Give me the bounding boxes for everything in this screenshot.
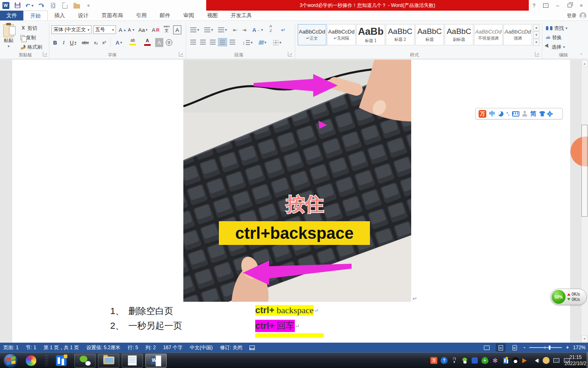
font-dialog-launcher[interactable] <box>179 52 183 56</box>
tab-page-layout[interactable]: 页面布局 <box>95 11 129 20</box>
bold-button[interactable]: B <box>51 38 59 47</box>
style-heading1[interactable]: AaBb标题 1 <box>356 24 385 45</box>
speed-ball-widget[interactable]: 50% 0K/s 0K/s <box>550 289 587 305</box>
taskbar-clock[interactable]: 21:15 2022/10/2 <box>565 353 586 368</box>
ime-simplified-icon[interactable]: 简 <box>530 110 536 118</box>
memory-ball[interactable]: 50% <box>552 290 566 304</box>
save-button[interactable] <box>13 1 22 9</box>
taskbar-item-notepad[interactable] <box>122 354 143 368</box>
keyboard-photo-figure[interactable]: 按住 ctrl+backspace <box>183 60 411 302</box>
tray-expand-icon[interactable]: ❐▾ <box>451 357 458 364</box>
tab-home[interactable]: 开始 <box>23 11 48 20</box>
taskbar-item-pinwheel-app[interactable] <box>20 354 42 368</box>
style-subtle-emphasis[interactable]: AaBbCcDd不明显强调 <box>474 24 503 45</box>
ime-account-icon[interactable] <box>522 111 527 117</box>
sign-in-link[interactable]: 登录 <box>567 12 577 19</box>
help-button[interactable]: ? <box>528 0 540 11</box>
highlight-color-button[interactable]: ab <box>126 37 140 46</box>
character-border-button[interactable]: A <box>173 25 181 34</box>
subscript-button[interactable]: x₂ <box>92 38 100 47</box>
taskbar-item-file-explorer[interactable] <box>98 354 119 368</box>
paragraph-dialog-launcher[interactable] <box>288 52 292 56</box>
italic-button[interactable]: I <box>60 38 67 47</box>
list-item-2[interactable]: 2、 一秒另起一页 <box>110 320 182 332</box>
status-line[interactable]: 行: 5 <box>128 344 138 351</box>
tray-flower-icon[interactable]: ✻ <box>492 357 499 364</box>
change-case-button[interactable]: Aa▾ <box>137 25 149 34</box>
shrink-font-button[interactable]: A▼ <box>127 25 136 34</box>
list-item-1-shortcut[interactable]: ctrl+ backspace ↵ <box>255 305 319 316</box>
list-item-1[interactable]: 1、 删除空白页 <box>110 305 173 317</box>
tray-ime-icon[interactable]: 万 <box>430 357 437 364</box>
status-column[interactable]: 列: 2 <box>145 344 156 351</box>
grow-font-button[interactable]: A▲ <box>118 25 127 34</box>
taskbar-item-wechat[interactable] <box>74 354 96 368</box>
status-word-count[interactable]: 167 个字 <box>163 344 182 351</box>
superscript-button[interactable]: x² <box>100 38 108 47</box>
cut-button[interactable]: 剪切 <box>20 24 37 32</box>
find-button[interactable]: 查找▾ <box>546 24 568 32</box>
paste-button[interactable]: 粘贴 ▾ <box>3 24 14 48</box>
collapse-ribbon-button[interactable]: ⌃ <box>580 53 583 57</box>
copy-button[interactable]: 复制 <box>20 34 36 42</box>
decrease-indent-button[interactable]: ⇤ <box>231 25 239 34</box>
ime-toolbar[interactable]: 万 中 °, 简 <box>475 108 563 119</box>
clipboard-dialog-launcher[interactable] <box>43 52 47 56</box>
style-normal[interactable]: AaBbCcDd↵正文 <box>298 24 326 45</box>
status-section[interactable]: 节: 1 <box>26 344 36 351</box>
ime-fullwidth-moon-icon[interactable] <box>498 111 503 117</box>
zoom-slider-thumb[interactable] <box>549 346 550 350</box>
zoom-in-button[interactable]: + <box>566 345 569 350</box>
customize-qat-button[interactable]: ≡ <box>85 1 93 9</box>
format-painter-button[interactable]: 格式刷 <box>20 43 42 51</box>
increase-indent-button[interactable]: ⇥ <box>240 25 248 34</box>
ime-settings-gear-icon[interactable] <box>548 112 552 116</box>
new-document-button[interactable] <box>61 1 69 9</box>
styles-scroll-down[interactable]: ▼ <box>533 31 539 38</box>
redo-button[interactable] <box>37 1 45 9</box>
borders-button[interactable]: ▾ <box>270 38 284 47</box>
line-spacing-button[interactable]: ↕▾ <box>241 38 254 47</box>
font-size-combo[interactable]: 五号▾ <box>93 25 116 34</box>
status-language[interactable]: 中文(中国) <box>190 344 213 351</box>
tray-volume-icon[interactable]: ) <box>532 357 539 364</box>
scroll-up-arrow[interactable]: ▲ <box>581 60 588 67</box>
ime-punctuation-icon[interactable]: °, <box>506 111 509 116</box>
minimize-button[interactable]: – <box>552 0 564 11</box>
restore-button[interactable] <box>564 0 575 11</box>
style-subtitle[interactable]: AaBbC副标题 <box>445 24 473 45</box>
ime-soft-keyboard-icon[interactable] <box>512 111 519 117</box>
taskbar-item-word[interactable] <box>145 354 167 368</box>
tab-view[interactable]: 视图 <box>200 11 224 20</box>
paste-dropdown-caret[interactable]: ▾ <box>8 44 10 48</box>
phonetic-guide-button[interactable]: wén文 <box>162 24 172 33</box>
align-right-button[interactable] <box>208 38 217 46</box>
undo-button[interactable]: ▾ <box>25 1 33 9</box>
show-hide-marks-button[interactable]: ↵ <box>279 25 287 34</box>
tray-antivirus-shield-icon[interactable]: + <box>481 357 488 364</box>
ime-skin-icon[interactable] <box>539 111 545 117</box>
open-button[interactable] <box>73 1 81 9</box>
tray-browser-icon[interactable] <box>543 357 550 364</box>
close-button[interactable]: × <box>575 0 587 11</box>
character-shading-button[interactable]: A <box>155 38 163 47</box>
tab-developer[interactable]: 开发工具 <box>224 11 258 20</box>
tab-review[interactable]: 审阅 <box>177 11 200 20</box>
tray-display-icon[interactable] <box>553 357 560 364</box>
print-layout-button[interactable] <box>496 343 506 352</box>
tab-design[interactable]: 设计 <box>71 11 95 20</box>
select-button[interactable]: 选择▾ <box>546 43 565 51</box>
strikethrough-button[interactable]: abc <box>80 38 91 47</box>
ime-logo-icon[interactable]: 万 <box>479 110 486 118</box>
tray-qq-icon[interactable] <box>512 357 519 364</box>
sort-button[interactable]: AZ <box>266 24 275 33</box>
bullets-button[interactable]: ▾ <box>189 25 201 34</box>
status-setting-value[interactable]: 设置值: 5.2厘米 <box>86 344 120 351</box>
status-track-changes[interactable]: 修订: 关闭 <box>220 344 243 351</box>
avatar[interactable] <box>579 12 586 19</box>
ribbon-display-options-button[interactable]: ^ <box>540 0 552 11</box>
list-item-2-shortcut[interactable]: ctrl+ 回车 ↵ <box>255 320 300 332</box>
document-page[interactable]: 按住 ctrl+backspace ↵ 1、 删除空白页 ctrl+ backs… <box>12 60 570 343</box>
tray-horn-icon[interactable] <box>522 357 529 364</box>
replace-button[interactable]: ab替换 <box>546 34 562 42</box>
